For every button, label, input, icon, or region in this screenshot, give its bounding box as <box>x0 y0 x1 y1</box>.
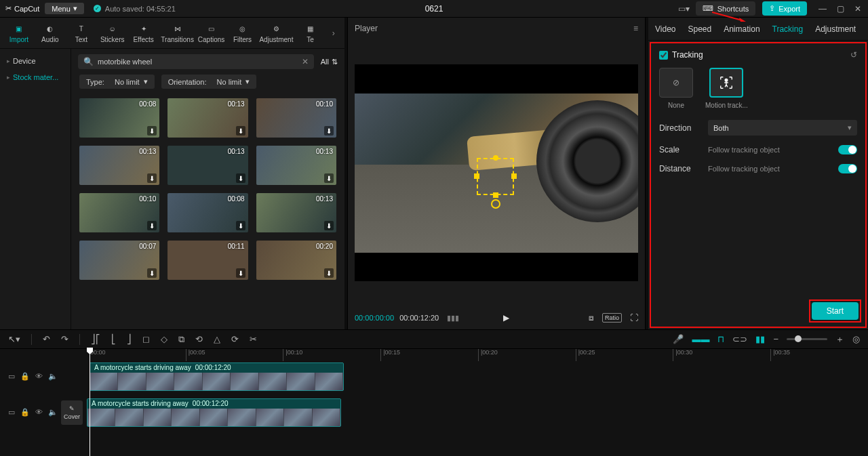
visibility-icon[interactable]: 👁 <box>35 408 43 417</box>
distance-toggle[interactable] <box>838 164 857 173</box>
tab-speed[interactable]: Speed <box>688 24 711 34</box>
clip-main[interactable]: A motorcycle starts driving away00:00:12… <box>87 398 341 427</box>
crop-tool[interactable]: ✂ <box>250 334 257 344</box>
stock-thumb[interactable]: 00:10⬇ <box>79 193 159 232</box>
lock-icon[interactable]: 🔒 <box>20 408 30 417</box>
redo-button[interactable]: ↷ <box>61 334 68 344</box>
tool-stickers[interactable]: ☺Stickers <box>99 22 126 43</box>
close-button[interactable]: ✕ <box>853 4 863 14</box>
player-canvas[interactable] <box>355 64 638 281</box>
stock-thumb[interactable]: 00:08⬇ <box>167 193 248 232</box>
play-button[interactable]: ▶ <box>503 313 509 323</box>
tracking-mode-none[interactable]: ⊘ None <box>659 68 693 109</box>
export-button[interactable]: ⇪ Export <box>762 1 807 16</box>
undo-button[interactable]: ↶ <box>43 334 50 344</box>
stock-thumb[interactable]: 00:07⬇ <box>79 241 159 280</box>
menu-button[interactable]: Menu ▾ <box>45 3 84 14</box>
stock-thumb[interactable]: 00:13⬇ <box>256 193 336 232</box>
scroll-right-button[interactable]: › <box>328 18 339 49</box>
download-icon[interactable]: ⬇ <box>324 221 334 230</box>
stock-thumb[interactable]: 00:11⬇ <box>167 241 248 280</box>
type-filter[interactable]: Type: No limit ▾ <box>79 75 155 89</box>
audio-meter-icon[interactable]: ▮▮▮ <box>447 314 459 323</box>
copy-button[interactable]: ⧉ <box>178 334 184 345</box>
tool-captions[interactable]: ▭Captions <box>198 22 225 43</box>
fullscreen-icon[interactable]: ⛶ <box>630 313 638 323</box>
tool-text[interactable]: TText <box>68 22 95 43</box>
zoom-in-button[interactable]: ＋ <box>835 333 844 346</box>
search-input[interactable] <box>98 58 298 66</box>
tracking-handle[interactable] <box>511 173 517 179</box>
mute-icon[interactable]: 🔈 <box>48 372 58 381</box>
rotate-button[interactable]: ⟳ <box>231 334 239 344</box>
crop-button[interactable]: ◻ <box>142 334 150 344</box>
split-button[interactable]: ⎦⎡ <box>91 334 100 344</box>
download-icon[interactable]: ⬇ <box>147 126 157 136</box>
marker-button[interactable]: ◇ <box>161 334 167 344</box>
zoom-fit-button[interactable]: ◎ <box>852 334 860 344</box>
stock-thumb[interactable]: 00:13⬇ <box>79 146 159 185</box>
tracking-handle[interactable] <box>493 192 498 198</box>
magnet-main-button[interactable]: ▬▬ <box>692 334 709 344</box>
snap-button[interactable]: ▮▮ <box>755 334 765 344</box>
maximize-button[interactable]: ▢ <box>835 4 845 14</box>
record-button[interactable]: 🎤 <box>673 334 684 344</box>
tool-templates[interactable]: ▦Te <box>296 22 323 43</box>
download-icon[interactable]: ⬇ <box>236 268 245 278</box>
stock-thumb[interactable]: 00:08⬇ <box>79 98 159 138</box>
trim-right-button[interactable]: ⎦ <box>127 334 132 344</box>
mirror-button[interactable]: △ <box>214 334 220 344</box>
tool-import[interactable]: ▣Import <box>5 22 33 43</box>
tab-adjustment[interactable]: Adjustment <box>815 24 856 34</box>
tracking-handle[interactable] <box>474 173 479 179</box>
visibility-icon[interactable]: 👁 <box>35 372 43 381</box>
tool-transitions[interactable]: ⋈Transitions <box>161 22 194 43</box>
clear-search-button[interactable]: ✕ <box>302 57 309 66</box>
download-icon[interactable]: ⬇ <box>236 126 245 136</box>
tool-audio[interactable]: ◐Audio <box>37 22 64 43</box>
cover-button[interactable]: ✎Cover <box>61 400 83 425</box>
tracking-checkbox[interactable] <box>659 51 668 60</box>
tool-effects[interactable]: ✦Effects <box>130 22 157 43</box>
tab-animation[interactable]: Animation <box>724 24 760 34</box>
direction-select[interactable]: Both▾ <box>708 120 857 136</box>
download-icon[interactable]: ⬇ <box>147 173 157 183</box>
reverse-button[interactable]: ⟲ <box>195 334 203 344</box>
scale-toggle[interactable] <box>838 145 857 154</box>
lock-icon[interactable]: 🔒 <box>20 372 30 381</box>
download-icon[interactable]: ⬇ <box>147 268 157 278</box>
download-icon[interactable]: ⬇ <box>236 221 245 230</box>
download-icon[interactable]: ⬇ <box>324 268 334 278</box>
tab-video[interactable]: Video <box>655 24 675 34</box>
clip-overlay[interactable]: A motorcycle starts driving away00:00:12… <box>90 362 344 391</box>
tab-tracking[interactable]: Tracking <box>772 24 804 34</box>
zoom-out-button[interactable]: − <box>773 334 778 344</box>
layout-icon[interactable]: ▭▾ <box>679 4 689 14</box>
trim-left-button[interactable]: ⎣ <box>111 334 116 344</box>
tool-adjustment[interactable]: ⚙Adjustment <box>260 22 292 43</box>
stock-thumb[interactable]: 00:13⬇ <box>167 146 248 185</box>
download-icon[interactable]: ⬇ <box>324 173 334 183</box>
search-scope-dropdown[interactable]: All⇅ <box>321 58 338 66</box>
mute-icon[interactable]: 🔈 <box>48 408 58 417</box>
collapse-icon[interactable]: ▭ <box>8 372 15 381</box>
tracking-handle[interactable] <box>493 155 498 161</box>
selection-tool[interactable]: ↖▾ <box>8 334 20 344</box>
shortcuts-button[interactable]: ⌨ Shortcuts <box>696 1 755 16</box>
compare-icon[interactable]: ⧈ <box>589 313 594 323</box>
stock-thumb[interactable]: 00:13⬇ <box>256 146 336 185</box>
download-icon[interactable]: ⬇ <box>324 126 334 136</box>
stock-thumb[interactable]: 00:10⬇ <box>256 98 336 138</box>
tracking-target-icon[interactable] <box>491 199 500 209</box>
tool-filters[interactable]: ◎Filters <box>229 22 256 43</box>
collapse-icon[interactable]: ▭ <box>8 408 15 417</box>
playhead[interactable] <box>90 349 90 456</box>
stock-thumb[interactable]: 00:13⬇ <box>167 98 248 138</box>
stock-thumb[interactable]: 00:20⬇ <box>256 241 336 280</box>
orientation-filter[interactable]: Orientation: No limit ▾ <box>161 75 257 89</box>
tracking-mode-motion[interactable]: Motion track... <box>705 68 748 109</box>
time-ruler[interactable]: 00:00|00:05|00:10|00:15|00:20|00:25|00:3… <box>0 349 868 361</box>
zoom-slider[interactable] <box>787 338 827 340</box>
magnet-button[interactable]: ⊓ <box>717 334 724 344</box>
reset-tracking-button[interactable]: ↺ <box>850 50 857 60</box>
